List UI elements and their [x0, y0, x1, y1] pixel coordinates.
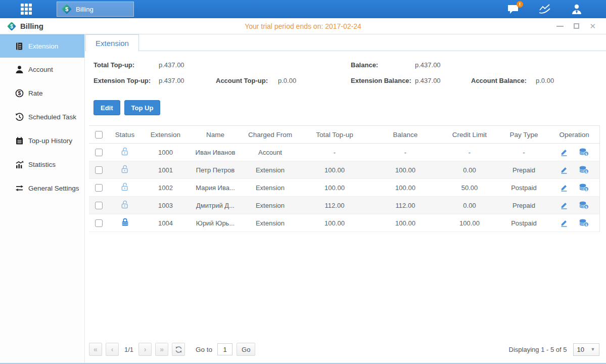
stats-icon: [15, 160, 24, 169]
sidebar-item-label: Scheduled Task: [28, 113, 76, 121]
cell-total-topup: 100.00: [299, 161, 370, 179]
cell-charged-from: Account: [241, 144, 299, 161]
sidebar-item-label: General Settings: [28, 185, 79, 192]
cell-charged-from: Extension: [241, 161, 299, 179]
sidebar-item-scheduled-task[interactable]: Scheduled Task: [0, 105, 84, 129]
refresh-button[interactable]: [172, 343, 185, 356]
taskbar-tab-billing[interactable]: $ Billing: [57, 2, 134, 17]
account-topup-label: Account Top-up:: [216, 77, 268, 84]
close-button[interactable]: ✕: [589, 23, 596, 29]
unlocked-icon: [121, 165, 129, 173]
sidebar-item-statistics[interactable]: Statistics: [0, 153, 84, 176]
top-up-button[interactable]: Top Up: [124, 100, 161, 115]
cell-extension: 1003: [142, 197, 190, 214]
col-charged-from: Charged From: [241, 126, 299, 144]
balance-value: p.437.00: [415, 61, 441, 69]
grid-icon: [19, 2, 33, 16]
minimize-button[interactable]: [556, 26, 564, 27]
sidebar-item-extension[interactable]: Extension: [0, 34, 84, 58]
page-size-select[interactable]: 10 ▼: [573, 343, 599, 356]
tab-extension[interactable]: Extension: [85, 34, 139, 51]
cell-credit-limit: 50.00: [441, 179, 498, 197]
edit-pencil-icon[interactable]: [560, 219, 568, 227]
maximize-button[interactable]: [574, 23, 579, 29]
sidebar-item-rate[interactable]: $ Rate: [0, 81, 84, 105]
edit-button[interactable]: Edit: [94, 100, 120, 115]
topup-coins-icon[interactable]: $: [579, 148, 589, 156]
sidebar-item-general-settings[interactable]: General Settings: [0, 176, 84, 200]
edit-pencil-icon[interactable]: [560, 148, 568, 156]
cell-name: Юрий Юрь...: [190, 214, 241, 232]
extension-topup-value: p.437.00: [159, 77, 184, 84]
extension-balance-label: Extension Balance:: [351, 77, 411, 84]
person-icon: [15, 65, 24, 74]
first-page-button[interactable]: «: [89, 343, 102, 356]
row-checkbox[interactable]: [95, 166, 103, 174]
resource-monitor-button[interactable]: [538, 4, 551, 15]
user-icon: [571, 4, 583, 15]
cell-credit-limit: -: [441, 144, 498, 161]
cell-total-topup: -: [299, 144, 370, 161]
chevron-down-icon: ▼: [591, 347, 595, 352]
row-checkbox[interactable]: [95, 202, 103, 209]
sidebar-item-topup-history[interactable]: Top-up History: [0, 129, 84, 153]
topup-coins-icon[interactable]: $: [579, 166, 589, 174]
svg-text:$: $: [65, 6, 68, 12]
account-topup-value: p.0.00: [278, 77, 296, 84]
cell-balance: 100.00: [370, 214, 441, 232]
extensions-table: Status Extension Name Charged From Total…: [89, 125, 600, 232]
dollar-circle-icon: $: [15, 89, 24, 98]
cell-total-topup: 100.00: [299, 214, 370, 232]
cell-name: Петр Петров: [190, 161, 241, 179]
cell-balance: 100.00: [370, 179, 441, 197]
edit-pencil-icon[interactable]: [560, 184, 568, 192]
pagination-bar: « ‹ 1/1 › » Go to Go Displaying 1 - 5 of…: [85, 340, 606, 363]
table-row: 1003 Дмитрий Д... Extension 112.00 112.0…: [89, 197, 599, 214]
account-balance-value: p.0.00: [536, 77, 554, 84]
col-balance: Balance: [370, 126, 441, 144]
page-size-value: 10: [577, 346, 584, 353]
select-all-checkbox[interactable]: [95, 131, 103, 139]
cell-pay-type: Postpaid: [498, 214, 549, 232]
sidebar-item-label: Extension: [28, 42, 58, 50]
total-topup-label: Total Top-up:: [94, 61, 134, 69]
goto-page-input[interactable]: [217, 343, 232, 355]
table-row: 1002 Мария Ива... Extension 100.00 100.0…: [89, 179, 599, 197]
notebook-icon: [15, 136, 24, 145]
unlocked-icon: [121, 183, 129, 191]
topup-coins-icon[interactable]: $: [579, 184, 589, 192]
transfer-arrows-icon: [15, 184, 24, 193]
topup-coins-icon[interactable]: $: [579, 201, 589, 209]
svg-text:$: $: [585, 188, 587, 192]
messages-button[interactable]: !: [507, 4, 519, 15]
last-page-button[interactable]: »: [155, 343, 168, 356]
balance-summary: Total Top-up: p.437.00 Balance: p.437.00…: [85, 59, 606, 92]
next-page-button[interactable]: ›: [138, 343, 152, 356]
app-launcher-button[interactable]: [14, 2, 38, 16]
topup-coins-icon[interactable]: $: [579, 219, 589, 227]
cell-balance: 100.00: [370, 161, 441, 179]
edit-pencil-icon[interactable]: [560, 201, 568, 209]
svg-text:$: $: [18, 90, 21, 96]
row-checkbox[interactable]: [95, 184, 103, 192]
cell-pay-type: Prepaid: [498, 197, 549, 214]
cell-extension: 1004: [142, 214, 190, 232]
sidebar-item-account[interactable]: Account: [0, 58, 84, 81]
row-checkbox[interactable]: [95, 149, 103, 156]
account-menu-button[interactable]: [571, 4, 583, 15]
extension-balance-value: p.437.00: [415, 77, 441, 84]
unlocked-icon: [121, 200, 129, 209]
sidebar-item-label: Account: [28, 66, 53, 73]
sidebar: Extension Account $ Rate Scheduled Task …: [0, 34, 85, 363]
main-content: Extension Total Top-up: p.437.00 Balance…: [85, 34, 606, 363]
cell-pay-type: Prepaid: [498, 161, 549, 179]
edit-pencil-icon[interactable]: [560, 166, 568, 174]
tab-strip: Extension: [85, 34, 606, 51]
go-button[interactable]: Go: [237, 343, 255, 356]
prev-page-button[interactable]: ‹: [106, 343, 119, 356]
col-credit-limit: Credit Limit: [441, 126, 498, 144]
sidebar-item-label: Top-up History: [28, 137, 72, 145]
sidebar-item-label: Rate: [28, 89, 43, 97]
svg-text:$: $: [585, 152, 587, 156]
row-checkbox[interactable]: [95, 219, 103, 227]
